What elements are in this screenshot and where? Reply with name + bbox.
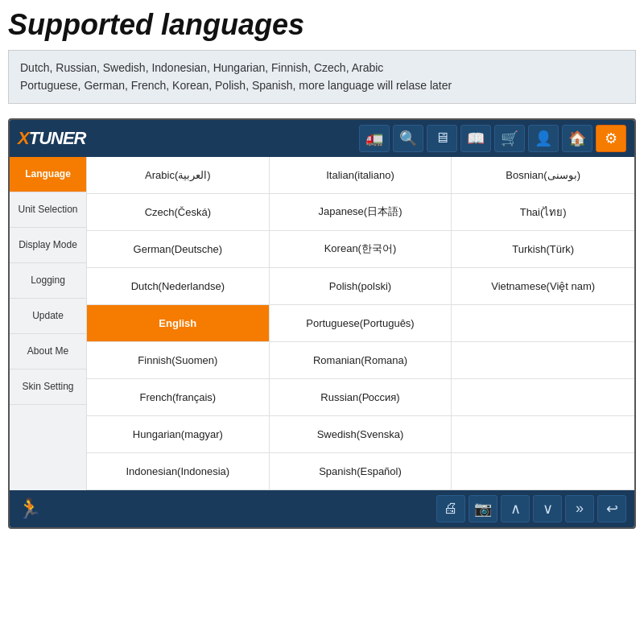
lang-cell-Bosnian(بوسنی)[interactable]: Bosnian(بوسنی) — [452, 157, 634, 194]
lang-cell-empty-14 — [452, 305, 634, 342]
search-icon[interactable]: 🔍 — [393, 125, 423, 152]
app-logo: XTUNER — [18, 128, 85, 149]
down-icon[interactable]: ∨ — [533, 495, 562, 522]
lang-cell-Polish(polski)[interactable]: Polish(polski) — [270, 268, 452, 305]
book-icon[interactable]: 📖 — [460, 125, 491, 152]
lang-cell-Russian(Россия)[interactable]: Russian(Россия) — [270, 379, 452, 416]
lang-cell-empty-20 — [452, 379, 634, 416]
up-icon[interactable]: ∧ — [501, 495, 530, 522]
display-icon[interactable]: 🖥 — [427, 125, 457, 152]
app-body: LanguageUnit SelectionDisplay ModeLoggin… — [10, 157, 634, 490]
lang-cell-German(Deutsche)[interactable]: German(Deutsche) — [87, 231, 270, 268]
lang-cell-Vietnamese(Việt nam)[interactable]: Vietnamese(Việt nam) — [452, 268, 634, 305]
lang-cell-English[interactable]: English — [87, 305, 270, 342]
sidebar: LanguageUnit SelectionDisplay ModeLoggin… — [10, 157, 87, 490]
subtitle-box: Dutch, Russian, Swedish, Indonesian, Hun… — [8, 50, 636, 104]
back-icon[interactable]: ↩ — [597, 495, 626, 522]
app-footer: 🏃🖨📷∧∨»↩ — [10, 490, 634, 527]
lang-cell-Spanish(Español)[interactable]: Spanish(Español) — [270, 453, 452, 490]
settings-icon[interactable]: ⚙ — [596, 125, 626, 152]
lang-cell-Finnish(Suomen)[interactable]: Finnish(Suomen) — [87, 342, 270, 379]
lang-cell-Indonesian(Indonesia)[interactable]: Indonesian(Indonesia) — [87, 453, 270, 490]
print-icon[interactable]: 🖨 — [436, 495, 465, 522]
forward-icon[interactable]: » — [565, 495, 594, 522]
lang-cell-Italian(italiano)[interactable]: Italian(italiano) — [270, 157, 452, 194]
sidebar-item-unit-selection[interactable]: Unit Selection — [10, 192, 86, 228]
lang-cell-Romanian(Romana)[interactable]: Romanian(Romana) — [270, 342, 452, 379]
sidebar-item-display-mode[interactable]: Display Mode — [10, 228, 86, 263]
sidebar-item-language[interactable]: Language — [10, 157, 86, 192]
lang-cell-Czech(Česká)[interactable]: Czech(Česká) — [87, 194, 270, 231]
lang-cell-Hungarian(magyar)[interactable]: Hungarian(magyar) — [87, 416, 270, 453]
sidebar-item-about-me[interactable]: About Me — [10, 334, 86, 369]
app-header: XTUNER 🚛🔍🖥📖🛒👤🏠⚙ — [10, 120, 634, 157]
sidebar-item-skin-setting[interactable]: Skin Setting — [10, 369, 86, 405]
lang-cell-French(français)[interactable]: French(français) — [87, 379, 270, 416]
camera-icon[interactable]: 📷 — [469, 495, 497, 522]
sidebar-item-update[interactable]: Update — [10, 299, 86, 334]
run-icon[interactable]: 🏃 — [18, 497, 42, 520]
sidebar-item-logging[interactable]: Logging — [10, 263, 86, 299]
header-icons: 🚛🔍🖥📖🛒👤🏠⚙ — [359, 125, 626, 152]
lang-cell-Dutch(Nederlandse)[interactable]: Dutch(Nederlandse) — [87, 268, 270, 305]
app-container: XTUNER 🚛🔍🖥📖🛒👤🏠⚙ LanguageUnit SelectionDi… — [8, 118, 636, 529]
truck-icon[interactable]: 🚛 — [359, 125, 390, 152]
page-title: Supported languages — [8, 8, 636, 42]
lang-cell-empty-26 — [452, 453, 634, 490]
lang-cell-Korean(한국어)[interactable]: Korean(한국어) — [270, 231, 452, 268]
home-icon[interactable]: 🏠 — [562, 125, 592, 152]
user-icon[interactable]: 👤 — [528, 125, 559, 152]
lang-cell-empty-17 — [452, 342, 634, 379]
lang-cell-Swedish(Svenska)[interactable]: Swedish(Svenska) — [270, 416, 452, 453]
lang-cell-Japanese(日本語)[interactable]: Japanese(日本語) — [270, 194, 452, 231]
lang-cell-Arabic(العربية)[interactable]: Arabic(العربية) — [87, 157, 270, 194]
lang-cell-Turkish(Türk)[interactable]: Turkish(Türk) — [452, 231, 634, 268]
language-grid: Arabic(العربية)Italian(italiano)Bosnian(… — [87, 157, 634, 490]
lang-cell-Portuguese(Português)[interactable]: Portuguese(Português) — [270, 305, 452, 342]
cart-icon[interactable]: 🛒 — [494, 125, 525, 152]
subtitle-text: Dutch, Russian, Swedish, Indonesian, Hun… — [20, 61, 452, 92]
lang-cell-empty-23 — [452, 416, 634, 453]
lang-cell-Thai(ไทย)[interactable]: Thai(ไทย) — [452, 194, 634, 231]
